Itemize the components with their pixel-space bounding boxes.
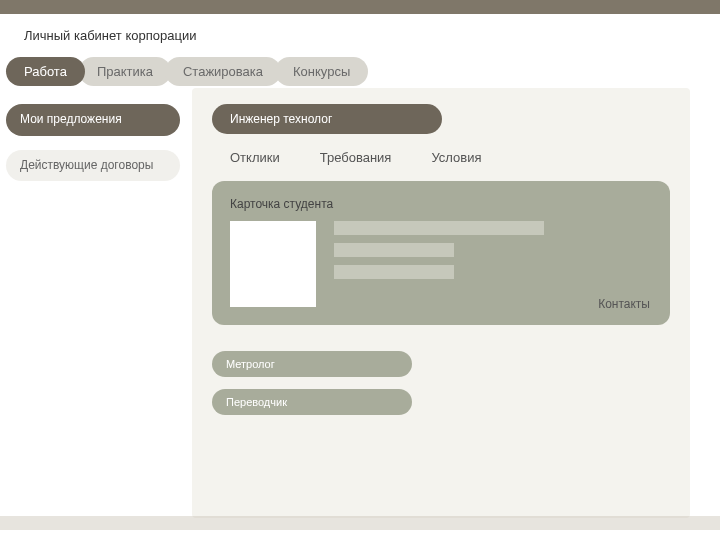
student-card: Карточка студента Контакты [212, 181, 670, 325]
student-card-title: Карточка студента [230, 197, 652, 211]
main-area: Мои предложения Действующие договоры Инж… [0, 86, 720, 518]
contacts-link[interactable]: Контакты [598, 297, 650, 311]
subtab-requirements[interactable]: Требования [320, 150, 392, 165]
nav-tab-internship[interactable]: Стажировака [165, 57, 281, 86]
page-title: Личный кабинет корпорации [0, 14, 720, 57]
subtabs: Отклики Требования Условия [212, 146, 670, 181]
content-panel: Инженер технолог Отклики Требования Усло… [192, 88, 690, 518]
info-line-placeholder [334, 221, 544, 235]
bottom-strip [0, 516, 720, 530]
sidebar: Мои предложения Действующие договоры [0, 86, 192, 518]
sidebar-item-active-contracts[interactable]: Действующие договоры [6, 150, 180, 182]
collapsed-job-metrolog[interactable]: Метролог [212, 351, 412, 377]
job-title-pill[interactable]: Инженер технолог [212, 104, 442, 134]
sidebar-item-my-offers[interactable]: Мои предложения [6, 104, 180, 136]
subtab-conditions[interactable]: Условия [431, 150, 481, 165]
nav-tab-practice[interactable]: Практика [79, 57, 171, 86]
main-nav: Работа Практика Стажировака Конкурсы [0, 57, 720, 86]
nav-tab-work[interactable]: Работа [6, 57, 85, 86]
student-info-lines [334, 221, 652, 287]
nav-tab-contests[interactable]: Конкурсы [275, 57, 368, 86]
info-line-placeholder [334, 243, 454, 257]
top-strip [0, 0, 720, 14]
subtab-responses[interactable]: Отклики [230, 150, 280, 165]
collapsed-job-translator[interactable]: Переводчик [212, 389, 412, 415]
avatar-placeholder [230, 221, 316, 307]
student-card-body [230, 221, 652, 307]
info-line-placeholder [334, 265, 454, 279]
